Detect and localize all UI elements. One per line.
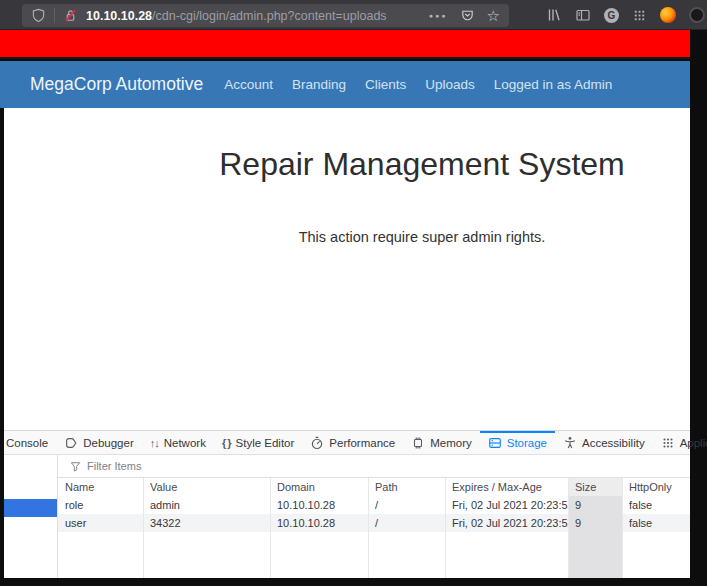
cell-value: admin	[143, 496, 270, 514]
firefox-extension-icon[interactable]	[660, 7, 676, 23]
column-divider[interactable]	[445, 478, 446, 578]
address-bar[interactable]: 10.10.10.28/cdn-cgi/login/admin.php?cont…	[22, 4, 509, 27]
cell-httponly: false	[622, 496, 690, 514]
storage-sidebar-selected-item[interactable]	[4, 499, 57, 517]
browser-toolbar: 10.10.10.28/cdn-cgi/login/admin.php?cont…	[0, 0, 707, 30]
cell-name: user	[58, 514, 143, 532]
url-text: 10.10.10.28/cdn-cgi/login/admin.php?cont…	[86, 9, 387, 23]
url-host: 10.10.10.28	[86, 9, 152, 23]
table-header-row: Name Value Domain Path Expires / Max-Age…	[58, 478, 690, 496]
insecure-lock-icon[interactable]	[63, 8, 78, 23]
grid-dots-icon	[661, 436, 675, 450]
nav-logged-in-as-admin[interactable]: Logged in as Admin	[494, 77, 613, 92]
size-column-stripe	[568, 532, 622, 578]
tab-memory-label: Memory	[430, 437, 472, 449]
cell-httponly: false	[622, 514, 690, 532]
page-actions-icon[interactable]: ●●●	[429, 12, 448, 19]
devtools-body: Name Value Domain Path Expires / Max-Age…	[4, 455, 690, 578]
page-message: This action require super admin rights.	[154, 229, 690, 245]
network-arrows-icon: ↑↓	[150, 437, 159, 449]
cropped-toolbar-icon[interactable]	[689, 7, 705, 23]
content-wrapper: Repair Management System This action req…	[4, 146, 690, 245]
tab-style-editor-label: Style Editor	[236, 437, 295, 449]
page-content: Repair Management System This action req…	[4, 108, 690, 430]
column-divider[interactable]	[368, 478, 369, 578]
cell-size: 9	[568, 496, 622, 514]
column-header-httponly[interactable]: HttpOnly	[622, 478, 690, 496]
cell-domain: 10.10.10.28	[270, 514, 368, 532]
cell-expires: Fri, 02 Jul 2021 20:23:52 ...	[445, 514, 568, 532]
braces-icon: { }	[222, 437, 231, 449]
storage-icon	[488, 436, 502, 450]
sidebar-toggle-icon[interactable]	[575, 7, 591, 23]
tab-storage[interactable]: Storage	[480, 431, 555, 454]
chip-icon	[411, 436, 425, 450]
funnel-icon	[70, 461, 81, 472]
shield-icon[interactable]	[31, 8, 46, 23]
storage-sidebar[interactable]	[4, 455, 58, 578]
nav-branding[interactable]: Branding	[292, 77, 346, 92]
cell-path: /	[368, 514, 445, 532]
cookie-row-user[interactable]: user 34322 10.10.10.28 / Fri, 02 Jul 202…	[58, 514, 690, 532]
tab-console-label: Console	[6, 437, 48, 449]
tab-application-label: Application	[680, 437, 707, 449]
tab-accessibility-label: Accessibility	[582, 437, 645, 449]
url-path: /cdn-cgi/login/admin.php?content=uploads	[152, 9, 387, 23]
column-header-domain[interactable]: Domain	[270, 478, 368, 496]
devtools-tabbar: Console Debugger ↑↓ Network { } Style Ed…	[4, 431, 690, 455]
pocket-icon[interactable]	[460, 8, 475, 23]
screen: 10.10.10.28/cdn-cgi/login/admin.php?cont…	[0, 0, 707, 586]
cell-value: 34322	[143, 514, 270, 532]
column-divider[interactable]	[622, 478, 623, 578]
column-divider[interactable]	[568, 478, 569, 578]
nav-clients[interactable]: Clients	[365, 77, 406, 92]
cell-size: 9	[568, 514, 622, 532]
column-divider[interactable]	[270, 478, 271, 578]
urlbar-divider	[54, 8, 55, 23]
storage-main: Name Value Domain Path Expires / Max-Age…	[58, 455, 690, 578]
cell-path: /	[368, 496, 445, 514]
site-navbar: MegaCorp Automotive Account Branding Cli…	[0, 61, 690, 108]
library-icon[interactable]	[546, 7, 562, 23]
cell-name: role	[58, 496, 143, 514]
filter-bar	[58, 455, 690, 478]
column-header-value[interactable]: Value	[143, 478, 270, 496]
debugger-icon	[64, 436, 78, 450]
column-divider[interactable]	[143, 478, 144, 578]
red-banner	[0, 30, 690, 59]
tab-memory[interactable]: Memory	[403, 431, 480, 454]
column-header-size[interactable]: Size	[568, 478, 622, 496]
stopwatch-icon	[310, 436, 324, 450]
tab-application[interactable]: Application	[653, 431, 707, 454]
nav-uploads[interactable]: Uploads	[425, 77, 475, 92]
extension-g-icon[interactable]: G	[604, 8, 619, 23]
cell-domain: 10.10.10.28	[270, 496, 368, 514]
tab-console[interactable]: Console	[4, 431, 56, 454]
column-header-name[interactable]: Name	[58, 478, 143, 496]
column-header-path[interactable]: Path	[368, 478, 445, 496]
cookie-row-role[interactable]: role admin 10.10.10.28 / Fri, 02 Jul 202…	[58, 496, 690, 514]
devtools-panel: Console Debugger ↑↓ Network { } Style Ed…	[4, 430, 690, 578]
tab-performance-label: Performance	[329, 437, 395, 449]
grid-menu-icon[interactable]	[632, 8, 647, 23]
tab-debugger[interactable]: Debugger	[56, 431, 142, 454]
cookies-table: Name Value Domain Path Expires / Max-Age…	[58, 478, 690, 578]
tab-accessibility[interactable]: Accessibility	[555, 431, 653, 454]
cell-expires: Fri, 02 Jul 2021 20:23:52 ...	[445, 496, 568, 514]
navbar-brand[interactable]: MegaCorp Automotive	[30, 74, 203, 95]
tab-performance[interactable]: Performance	[302, 431, 403, 454]
bookmark-star-icon[interactable]: ☆	[487, 8, 500, 23]
person-icon	[563, 436, 577, 450]
tab-storage-label: Storage	[507, 437, 547, 449]
column-header-expires[interactable]: Expires / Max-Age	[445, 478, 568, 496]
tab-network-label: Network	[164, 437, 206, 449]
toolbar-icons: G	[546, 0, 705, 30]
nav-account[interactable]: Account	[224, 77, 273, 92]
tab-network[interactable]: ↑↓ Network	[142, 431, 214, 454]
filter-items-input[interactable]	[87, 460, 387, 472]
tab-debugger-label: Debugger	[83, 437, 134, 449]
tab-style-editor[interactable]: { } Style Editor	[214, 431, 302, 454]
page-title: Repair Management System	[154, 146, 690, 183]
